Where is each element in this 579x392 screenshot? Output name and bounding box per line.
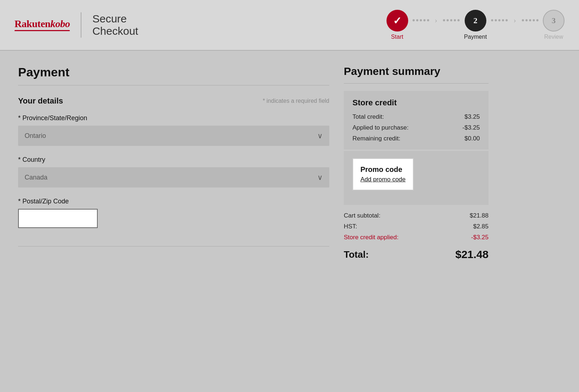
- right-panel: Payment summary Store credit Total credi…: [344, 65, 489, 378]
- promo-box: Promo code Add promo code: [352, 158, 414, 190]
- header: Rakuten kobo Secure Checkout ✓ Start ›: [0, 0, 579, 51]
- postal-field-group: * Postal/Zip Code: [18, 198, 329, 228]
- total-value: $21.48: [455, 248, 489, 261]
- province-select-wrapper[interactable]: Ontario Alberta British Columbia Manitob…: [18, 126, 329, 146]
- applied-row: Applied to purchase: -$3.25: [352, 124, 480, 131]
- store-credit-applied-value: -$3.25: [471, 234, 489, 241]
- step-dots-3: [490, 19, 508, 31]
- title-line2: Checkout: [92, 25, 138, 37]
- hst-value: $2.85: [473, 223, 489, 230]
- promo-title: Promo code: [360, 165, 406, 174]
- postal-label: * Postal/Zip Code: [18, 198, 329, 205]
- step-start-circle: ✓: [386, 10, 408, 31]
- step-payment-label: Payment: [464, 34, 487, 40]
- total-credit-value: $3.25: [464, 113, 480, 121]
- bottom-divider: [18, 246, 329, 246]
- summary-title: Payment summary: [344, 65, 489, 77]
- step-payment: 2 Payment: [464, 10, 487, 40]
- add-promo-code-button[interactable]: Add promo code: [360, 176, 406, 183]
- cart-subtotal-row: Cart subtotal: $21.88: [344, 212, 489, 219]
- total-credit-row: Total credit: $3.25: [352, 113, 480, 121]
- left-panel: Payment Your details * indicates a requi…: [18, 65, 329, 378]
- store-credit-applied-label: Store credit applied:: [344, 234, 398, 241]
- applied-value: -$3.25: [462, 124, 480, 131]
- your-details-header: Your details * indicates a required fiel…: [18, 96, 329, 106]
- remaining-row: Remaining credit: $0.00: [352, 135, 480, 142]
- step-review-label: Review: [544, 34, 563, 40]
- step-arrow-2: ›: [514, 16, 516, 34]
- logo-kobo-text: kobo: [50, 19, 70, 29]
- postal-input[interactable]: [18, 209, 98, 228]
- country-select-wrapper[interactable]: Canada United States United Kingdom ∨: [18, 167, 329, 187]
- summary-divider: [344, 83, 489, 84]
- step-arrow-1: ›: [435, 16, 438, 34]
- checkout-title: Secure Checkout: [92, 13, 138, 37]
- header-divider: [81, 12, 81, 38]
- country-label: * Country: [18, 156, 329, 164]
- total-label: Total:: [344, 249, 369, 260]
- checkout-steps: ✓ Start › 2 Payment › 3: [386, 10, 565, 40]
- store-credit-box: Store credit Total credit: $3.25 Applied…: [344, 91, 489, 149]
- remaining-label: Remaining credit:: [352, 135, 400, 142]
- total-credit-label: Total credit:: [352, 113, 384, 121]
- step-start: ✓ Start: [386, 10, 408, 40]
- store-credit-applied-row: Store credit applied: -$3.25: [344, 234, 489, 241]
- required-note: * indicates a required field: [263, 98, 329, 104]
- logo-area: Rakuten kobo: [14, 19, 70, 31]
- cart-summary: Cart subtotal: $21.88 HST: $2.85 Store c…: [344, 212, 489, 245]
- checkmark-icon: ✓: [393, 15, 401, 27]
- step-dots-4: [521, 19, 539, 31]
- main-content: Payment Your details * indicates a requi…: [0, 51, 579, 392]
- step-payment-number: 2: [473, 16, 477, 25]
- step-review-number: 3: [552, 16, 556, 25]
- province-label: * Province/State/Region: [18, 114, 329, 122]
- remaining-value: $0.00: [464, 135, 480, 142]
- step-review: 3 Review: [543, 10, 565, 40]
- cart-subtotal-value: $21.88: [470, 212, 489, 219]
- province-field-group: * Province/State/Region Ontario Alberta …: [18, 114, 329, 146]
- step-dots-2: [442, 19, 460, 31]
- total-row: Total: $21.48: [344, 245, 489, 261]
- step-dots-1: [412, 19, 430, 31]
- province-select[interactable]: Ontario Alberta British Columbia Manitob…: [18, 126, 329, 146]
- logo: Rakuten kobo: [14, 19, 70, 31]
- step-review-circle: 3: [543, 10, 565, 31]
- store-credit-title: Store credit: [352, 98, 480, 108]
- promo-wrapper: Promo code Add promo code: [344, 151, 489, 205]
- hst-label: HST:: [344, 223, 357, 230]
- step-payment-circle: 2: [465, 10, 486, 31]
- hst-row: HST: $2.85: [344, 223, 489, 230]
- step-start-label: Start: [391, 34, 403, 40]
- logo-rakuten-text: Rakuten: [14, 19, 50, 29]
- payment-title: Payment: [18, 65, 329, 79]
- logo-underline: [14, 30, 70, 31]
- payment-divider: [18, 85, 329, 85]
- your-details-label: Your details: [18, 96, 63, 106]
- country-select[interactable]: Canada United States United Kingdom: [18, 167, 329, 187]
- applied-label: Applied to purchase:: [352, 124, 409, 131]
- title-line1: Secure: [92, 13, 127, 25]
- country-field-group: * Country Canada United States United Ki…: [18, 156, 329, 187]
- cart-subtotal-label: Cart subtotal:: [344, 212, 380, 219]
